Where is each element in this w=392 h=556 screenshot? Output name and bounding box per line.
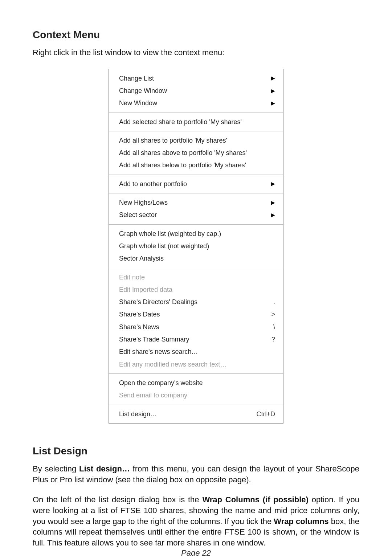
menu-item[interactable]: Add selected share to portfolio 'My shar… bbox=[109, 116, 283, 128]
paragraph-list-design-1: By selecting List design… from this menu… bbox=[33, 463, 359, 485]
menu-item-label: Add all shares below to portfolio 'My sh… bbox=[119, 161, 275, 169]
menu-item-label: Add selected share to portfolio 'My shar… bbox=[119, 118, 275, 126]
menu-item[interactable]: New Window▶ bbox=[109, 97, 283, 109]
menu-item[interactable]: Open the company's website bbox=[109, 377, 283, 389]
menu-item: Edit Imported data bbox=[109, 283, 283, 296]
menu-item-shortcut: > bbox=[271, 310, 275, 319]
submenu-arrow-icon: ▶ bbox=[271, 199, 275, 206]
paragraph-list-design-2: On the left of the list design dialog bo… bbox=[33, 494, 359, 548]
menu-item-label: Add to another portfolio bbox=[119, 180, 264, 188]
menu-item-shortcut: \ bbox=[273, 323, 275, 331]
menu-item[interactable]: Add all shares above to portfolio 'My sh… bbox=[109, 147, 283, 159]
menu-group: Graph whole list (weighted by cap.)Graph… bbox=[109, 225, 283, 268]
submenu-arrow-icon: ▶ bbox=[271, 75, 275, 82]
menu-item: Edit note bbox=[109, 271, 283, 283]
menu-item-label: Edit share's news search… bbox=[119, 347, 275, 356]
text: By selecting bbox=[33, 464, 79, 473]
menu-item[interactable]: Add to another portfolio▶ bbox=[109, 178, 283, 190]
heading-context-menu: Context Menu bbox=[33, 29, 359, 41]
menu-item[interactable]: List design…Ctrl+D bbox=[109, 408, 283, 420]
menu-item-label: Change List bbox=[119, 74, 264, 83]
menu-item[interactable]: Graph whole list (weighted by cap.) bbox=[109, 228, 283, 240]
document-page: Context Menu Right click in the list win… bbox=[0, 0, 392, 556]
menu-item[interactable]: Share's Trade Summary? bbox=[109, 333, 283, 346]
paragraph-right-click: Right click in the list window to view t… bbox=[33, 47, 359, 58]
menu-item-label: New Window bbox=[119, 99, 264, 107]
bold-list-design: List design… bbox=[79, 464, 130, 473]
context-menu: Change List▶Change Window▶New Window▶Add… bbox=[109, 69, 283, 424]
bold-wrap-columns-if-possible: Wrap Columns (if possible) bbox=[202, 495, 308, 504]
menu-item[interactable]: Graph whole list (not weighted) bbox=[109, 240, 283, 252]
menu-item-label: Add all shares to portfolio 'My shares' bbox=[119, 136, 275, 145]
menu-group: Add to another portfolio▶ bbox=[109, 175, 283, 193]
menu-group: New Highs/Lows▶Select sector▶ bbox=[109, 193, 283, 225]
menu-item-label: Select sector bbox=[119, 210, 264, 219]
submenu-arrow-icon: ▶ bbox=[271, 100, 275, 107]
menu-item-label: Change Window bbox=[119, 86, 264, 95]
menu-item-label: Add all shares above to portfolio 'My sh… bbox=[119, 148, 275, 157]
menu-item-label: Graph whole list (weighted by cap.) bbox=[119, 229, 275, 238]
menu-item-label: Edit any modified news search text… bbox=[119, 360, 275, 369]
menu-group: Add selected share to portfolio 'My shar… bbox=[109, 113, 283, 131]
submenu-arrow-icon: ▶ bbox=[271, 87, 275, 94]
menu-item[interactable]: Share's Dates> bbox=[109, 308, 283, 320]
bold-wrap-columns: Wrap columns bbox=[274, 517, 328, 526]
submenu-arrow-icon: ▶ bbox=[271, 180, 275, 187]
menu-item-label: New Highs/Lows bbox=[119, 198, 264, 207]
menu-item: Edit any modified news search text… bbox=[109, 358, 283, 371]
menu-group: Add all shares to portfolio 'My shares'A… bbox=[109, 131, 283, 175]
menu-item[interactable]: Edit share's news search… bbox=[109, 346, 283, 358]
menu-item-shortcut: ? bbox=[271, 335, 275, 344]
menu-group: List design…Ctrl+D bbox=[109, 405, 283, 423]
submenu-arrow-icon: ▶ bbox=[271, 212, 275, 218]
menu-item-label: Send email to company bbox=[119, 391, 275, 400]
menu-item[interactable]: Sector Analysis bbox=[109, 252, 283, 265]
menu-item-label: Share's Dates bbox=[119, 310, 264, 319]
menu-item-label: Edit Imported data bbox=[119, 285, 275, 294]
page-footer: Page 22 bbox=[0, 548, 392, 556]
menu-item-label: Share's News bbox=[119, 323, 266, 331]
menu-item[interactable]: New Highs/Lows▶ bbox=[109, 196, 283, 209]
menu-item-shortcut: . bbox=[273, 298, 275, 306]
menu-group: Edit noteEdit Imported dataShare's Direc… bbox=[109, 268, 283, 374]
menu-item[interactable]: Select sector▶ bbox=[109, 209, 283, 221]
context-menu-wrapper: Change List▶Change Window▶New Window▶Add… bbox=[33, 69, 359, 424]
menu-item[interactable]: Change Window▶ bbox=[109, 85, 283, 97]
menu-item-label: Share's Trade Summary bbox=[119, 335, 264, 344]
menu-group: Change List▶Change Window▶New Window▶ bbox=[109, 69, 283, 113]
menu-item-label: Graph whole list (not weighted) bbox=[119, 242, 275, 250]
menu-item-label: Open the company's website bbox=[119, 379, 275, 387]
menu-item: Send email to company bbox=[109, 389, 283, 401]
menu-item-shortcut: Ctrl+D bbox=[256, 410, 275, 418]
menu-item[interactable]: Change List▶ bbox=[109, 72, 283, 85]
menu-item[interactable]: Share's News\ bbox=[109, 321, 283, 333]
menu-item-label: Share's Directors' Dealings bbox=[119, 298, 266, 306]
menu-item[interactable]: Share's Directors' Dealings. bbox=[109, 296, 283, 308]
heading-list-design: List Design bbox=[33, 445, 359, 457]
menu-item-label: Sector Analysis bbox=[119, 254, 275, 263]
menu-item-label: List design… bbox=[119, 410, 249, 418]
menu-item[interactable]: Add all shares to portfolio 'My shares' bbox=[109, 134, 283, 147]
menu-group: Open the company's websiteSend email to … bbox=[109, 374, 283, 405]
menu-item-label: Edit note bbox=[119, 273, 275, 282]
text: On the left of the list design dialog bo… bbox=[33, 495, 202, 504]
menu-item[interactable]: Add all shares below to portfolio 'My sh… bbox=[109, 159, 283, 171]
